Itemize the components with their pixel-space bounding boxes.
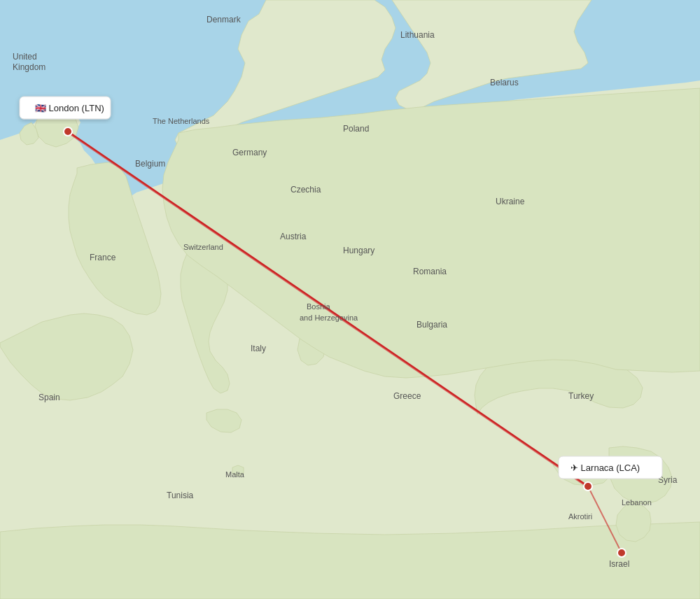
svg-text:Spain: Spain	[38, 393, 60, 402]
svg-text:Bulgaria: Bulgaria	[416, 320, 447, 330]
svg-text:Turkey: Turkey	[568, 391, 594, 401]
svg-text:Austria: Austria	[280, 232, 307, 241]
svg-text:Romania: Romania	[413, 267, 447, 276]
svg-text:Switzerland: Switzerland	[183, 243, 223, 251]
map-svg: United Kingdom Denmark Lithuania Belarus…	[0, 0, 700, 599]
svg-text:Israel: Israel	[609, 559, 629, 569]
svg-text:Czechia: Czechia	[290, 185, 321, 195]
svg-text:Denmark: Denmark	[206, 15, 241, 24]
svg-text:France: France	[90, 253, 116, 262]
svg-text:Hungary: Hungary	[343, 246, 374, 255]
svg-text:Greece: Greece	[393, 391, 421, 401]
svg-text:Malta: Malta	[225, 470, 245, 479]
svg-text:Italy: Italy	[251, 344, 266, 353]
svg-point-5	[64, 127, 72, 136]
svg-text:Akrotiri: Akrotiri	[568, 512, 592, 521]
svg-text:✈ Larnaca (LCA): ✈ Larnaca (LCA)	[570, 463, 640, 473]
svg-text:and Herzegovina: and Herzegovina	[300, 313, 358, 322]
svg-text:Bosnia: Bosnia	[307, 302, 331, 311]
svg-text:Ukraine: Ukraine	[496, 197, 525, 206]
svg-text:Lithuania: Lithuania	[400, 30, 435, 40]
svg-text:Belarus: Belarus	[490, 78, 519, 87]
svg-text:Germany: Germany	[232, 148, 267, 157]
svg-text:The Netherlands: The Netherlands	[153, 117, 210, 125]
svg-text:Tunisia: Tunisia	[167, 491, 194, 500]
svg-text:Poland: Poland	[343, 124, 369, 134]
svg-text:Kingdom: Kingdom	[13, 62, 46, 72]
svg-text:Lebanon: Lebanon	[622, 498, 652, 507]
svg-point-6	[584, 482, 592, 491]
svg-text:United: United	[13, 52, 37, 62]
svg-point-7	[617, 549, 626, 557]
map-container: United Kingdom Denmark Lithuania Belarus…	[0, 0, 700, 599]
svg-text:Belgium: Belgium	[135, 159, 165, 169]
svg-text:🇬🇧 London (LTN): 🇬🇧 London (LTN)	[35, 102, 104, 114]
